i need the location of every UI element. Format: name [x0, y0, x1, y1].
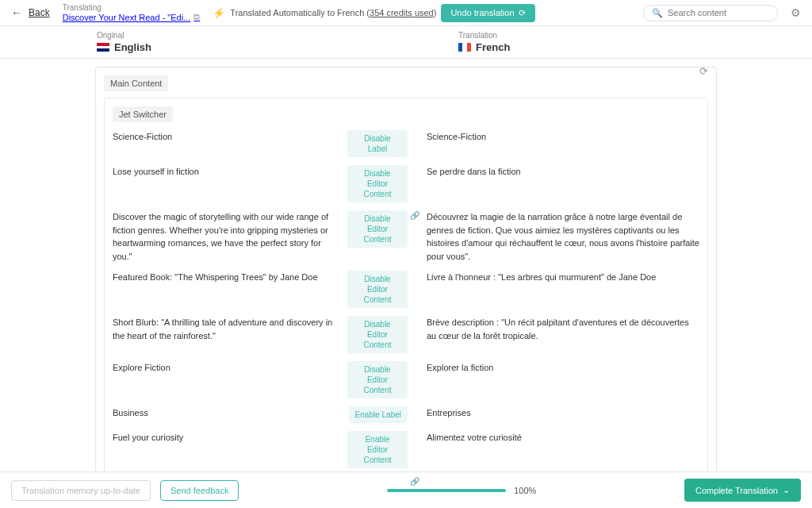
- translation-lang-name: French: [476, 41, 510, 53]
- jet-switcher-tag: Jet Switcher: [113, 106, 173, 122]
- undo-translation-button[interactable]: Undo translation ⟳: [441, 4, 534, 22]
- search-wrap[interactable]: 🔍: [643, 5, 778, 21]
- translating-block: Translating Discover Your Next Read - "E…: [63, 3, 201, 22]
- row-action-button[interactable]: Enable Editor Content: [347, 431, 408, 468]
- source-text[interactable]: Science-Fiction: [113, 130, 343, 144]
- flag-en-icon: [97, 43, 109, 52]
- translation-row: Science-FictionDisable LabelScience-Fict…: [113, 130, 699, 157]
- jet-switcher-panel: Jet Switcher Science-FictionDisable Labe…: [104, 98, 708, 508]
- progress-wrap: 100%: [248, 486, 675, 495]
- row-action-button[interactable]: Disable Editor Content: [347, 316, 408, 353]
- undo-label: Undo translation: [450, 8, 514, 17]
- source-text[interactable]: Lose yourself in fiction: [113, 165, 343, 179]
- back-text: Back: [29, 7, 50, 18]
- content-area: ⟳ Main Content Jet Switcher Science-Fict…: [0, 59, 812, 508]
- original-lang-name: English: [114, 41, 151, 53]
- translation-label: Translation: [458, 31, 812, 40]
- translation-lang-col: Translation French: [450, 31, 812, 53]
- translation-row: Short Blurb: "A thrilling tale of advent…: [113, 316, 699, 353]
- translation-row: Discover the magic of storytelling with …: [113, 210, 699, 263]
- doc-title: Discover Your Next Read - "Edi...: [63, 13, 191, 22]
- main-panel: ⟳ Main Content Jet Switcher Science-Fict…: [95, 67, 717, 508]
- settings-icon[interactable]: ⚙: [791, 6, 801, 19]
- source-text[interactable]: Business: [113, 406, 344, 420]
- row-action-button[interactable]: Disable Label: [347, 130, 408, 157]
- target-text[interactable]: Brève description : "Un récit palpitant …: [422, 316, 699, 342]
- search-input[interactable]: [668, 8, 777, 17]
- credits-used[interactable]: 354 credits used: [370, 8, 434, 17]
- panel-refresh-icon[interactable]: ⟳: [699, 65, 708, 77]
- row-action-button[interactable]: Disable Editor Content: [347, 165, 408, 202]
- arrow-left-icon: ←: [11, 6, 22, 19]
- target-text[interactable]: Explorer la fiction: [422, 361, 699, 375]
- chevron-down-icon: ⌄: [783, 485, 790, 495]
- source-text[interactable]: Fuel your curiosity: [113, 431, 343, 444]
- flag-fr-icon: [458, 43, 471, 52]
- translating-label: Translating: [63, 3, 201, 12]
- search-icon: 🔍: [652, 8, 663, 18]
- translation-row: BusinessEnable LabelEntreprises: [113, 406, 699, 423]
- auto-translate-status: ⚡ Translated Automatically to French (35…: [213, 4, 534, 22]
- target-text[interactable]: Se perdre dans la fiction: [422, 165, 699, 179]
- send-feedback-button[interactable]: Send feedback: [160, 480, 239, 501]
- original-lang-col: Original English: [0, 31, 450, 53]
- refresh-icon: ⟳: [519, 8, 526, 18]
- progress-track: [387, 489, 506, 492]
- bottombar: Translation memory up-to-date Send feedb…: [0, 471, 812, 508]
- bolt-icon: ⚡: [213, 7, 225, 19]
- target-text[interactable]: Science-Fiction: [422, 130, 699, 144]
- translation-row: Featured Book: "The Whispering Trees" by…: [113, 271, 699, 308]
- link-icon[interactable]: 🔗: [410, 476, 419, 487]
- target-text[interactable]: Entreprises: [422, 406, 699, 420]
- complete-label: Complete Translation: [695, 486, 778, 495]
- original-label: Original: [97, 31, 450, 40]
- translation-row: Fuel your curiosityEnable Editor Content…: [113, 431, 699, 468]
- back-link[interactable]: ← Back: [11, 6, 50, 19]
- complete-translation-button[interactable]: Complete Translation ⌄: [684, 479, 801, 502]
- source-text[interactable]: Explore Fiction: [113, 361, 343, 375]
- row-action-button[interactable]: Disable Editor Content: [347, 210, 408, 248]
- row-divider: 🔗: [408, 210, 422, 221]
- language-header: Original English Translation French: [0, 26, 812, 59]
- auto-text-pre: Translated Automatically to French (: [230, 8, 370, 17]
- main-content-tag: Main Content: [104, 75, 168, 91]
- link-icon[interactable]: 🔗: [410, 210, 419, 221]
- auto-text-post: ): [434, 8, 437, 17]
- source-text[interactable]: Featured Book: "The Whispering Trees" by…: [113, 271, 343, 284]
- source-text[interactable]: Discover the magic of storytelling with …: [113, 210, 343, 263]
- doc-title-link[interactable]: Discover Your Next Read - "Edi... ⧉: [63, 12, 201, 22]
- translation-row: Lose yourself in fictionDisable Editor C…: [113, 165, 699, 202]
- translation-row: Explore FictionDisable Editor ContentExp…: [113, 361, 699, 398]
- row-action-button[interactable]: Disable Editor Content: [347, 361, 408, 398]
- progress-fill: [387, 489, 506, 492]
- target-text[interactable]: Livre à l'honneur : "Les arbres qui murm…: [422, 271, 699, 284]
- target-text[interactable]: Découvrez la magie de la narration grâce…: [422, 210, 699, 263]
- source-text[interactable]: Short Blurb: "A thrilling tale of advent…: [113, 316, 343, 342]
- target-text[interactable]: Alimentez votre curiosité: [422, 431, 699, 444]
- progress-label: 100%: [514, 486, 536, 495]
- topbar: ← Back Translating Discover Your Next Re…: [0, 0, 812, 26]
- external-link-icon: ⧉: [193, 12, 200, 22]
- translation-memory-button: Translation memory up-to-date: [11, 480, 151, 501]
- row-action-button[interactable]: Disable Editor Content: [347, 271, 408, 308]
- row-action-button[interactable]: Enable Label: [349, 406, 408, 423]
